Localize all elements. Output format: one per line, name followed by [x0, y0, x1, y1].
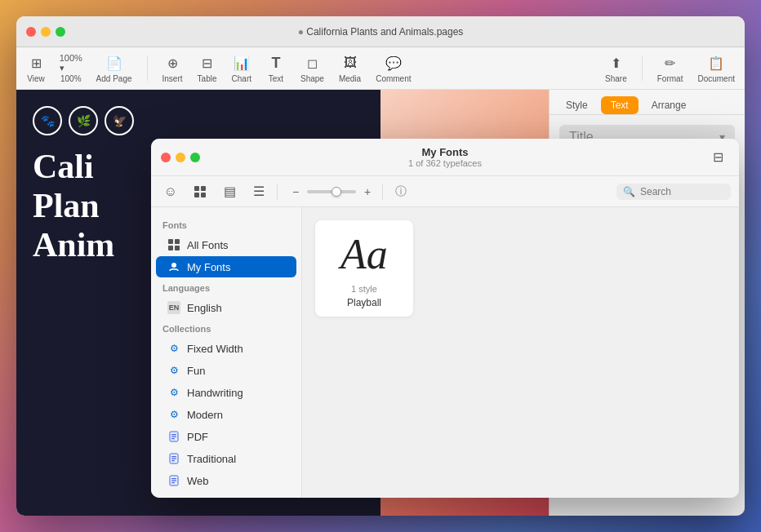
chart-icon: 📊 [232, 53, 251, 73]
zoom-icon: 100% ▾ [61, 53, 81, 73]
column-view-button[interactable]: ▤ [218, 180, 241, 203]
toolbar-view[interactable]: ⊞ View [26, 53, 46, 83]
english-flag-icon: EN [167, 301, 180, 314]
sidebar-item-fixed-width[interactable]: ⚙ Fixed Width [156, 338, 296, 359]
panel-tabs: Style Text Arrange [550, 90, 745, 115]
size-increase-button[interactable]: + [359, 184, 376, 200]
toolbar-insert[interactable]: ⊕ Insert [162, 53, 183, 83]
emoji-button[interactable]: ☺ [159, 180, 182, 203]
toolbar-divider-2 [382, 184, 383, 200]
tab-style[interactable]: Style [556, 96, 598, 114]
my-fonts-label: My Fonts [187, 261, 230, 273]
fonts-close-button[interactable] [161, 153, 171, 162]
font-size-control: − + [287, 184, 376, 200]
sidebar-item-traditional[interactable]: Traditional [156, 448, 296, 469]
svg-rect-29 [171, 460, 175, 461]
fonts-search-box[interactable]: 🔍 [616, 184, 731, 200]
svg-rect-19 [168, 246, 173, 250]
media-icon: 🖼 [340, 53, 360, 73]
sidebar-item-web[interactable]: Web [156, 470, 296, 491]
search-input[interactable] [640, 186, 724, 197]
list-view-button[interactable]: ☰ [247, 180, 270, 203]
fonts-body: Fonts All Fonts [151, 207, 739, 498]
sidebar-item-handwriting[interactable]: ⚙ Handwriting [156, 382, 296, 403]
traditional-label: Traditional [187, 453, 236, 465]
handwriting-icon: ⚙ [167, 386, 180, 399]
pages-toolbar: ⊞ View 100% ▾ 100% 📄 Add Page ⊕ Insert ⊟… [16, 47, 745, 90]
doc-icon-2: 🌿 [69, 106, 98, 135]
fun-label: Fun [187, 365, 205, 377]
svg-rect-17 [168, 239, 173, 244]
sidebar-item-pdf[interactable]: PDF [156, 426, 296, 447]
traditional-icon [167, 452, 180, 465]
svg-rect-31 [171, 478, 176, 479]
fixed-width-label: Fixed Width [187, 343, 243, 355]
fixed-width-icon: ⚙ [167, 342, 180, 355]
document-icon: 📋 [706, 53, 726, 73]
svg-rect-24 [171, 437, 176, 437]
sidebar-item-my-fonts[interactable]: My Fonts [156, 256, 296, 277]
fonts-maximize-button[interactable] [190, 153, 200, 162]
toolbar-add-page[interactable]: 📄 Add Page [96, 53, 132, 83]
doc-icons: 🐾 🌿 🦅 [33, 106, 364, 135]
info-button[interactable]: ⓘ [389, 180, 412, 203]
toolbar-chart[interactable]: 📊 Chart [232, 53, 251, 83]
tab-text[interactable]: Text [601, 96, 639, 114]
pdf-icon [167, 430, 180, 443]
svg-rect-27 [171, 456, 176, 457]
fonts-window-subtitle: 1 of 362 typefaces [408, 158, 482, 168]
toolbar-document[interactable]: 📋 Document [697, 53, 735, 83]
table-icon: ⊟ [198, 53, 217, 73]
toolbar-share[interactable]: ⬆ Share [605, 53, 627, 83]
toolbar-comment[interactable]: 💬 Comment [376, 53, 411, 83]
toolbar-zoom[interactable]: 100% ▾ 100% [60, 53, 82, 83]
minimize-button[interactable] [41, 27, 51, 37]
grid-view-icon [194, 186, 206, 197]
fonts-section-header: Fonts [151, 215, 301, 233]
svg-rect-20 [175, 246, 180, 250]
size-decrease-button[interactable]: − [287, 184, 304, 200]
web-label: Web [187, 475, 209, 487]
toolbar-table[interactable]: ⊟ Table [198, 53, 217, 83]
english-label: English [187, 302, 222, 314]
sidebar-item-all-fonts[interactable]: All Fonts [156, 234, 296, 255]
size-slider-thumb [332, 187, 341, 197]
svg-rect-33 [171, 482, 175, 483]
toolbar-shape[interactable]: ◻ Shape [300, 53, 324, 83]
close-button[interactable] [26, 27, 36, 37]
pages-traffic-lights [26, 27, 65, 37]
svg-point-21 [171, 263, 176, 268]
fonts-titlebar: My Fonts 1 of 362 typefaces ⊟ [151, 139, 739, 176]
font-card-playball[interactable]: Aa 1 style Playball [315, 220, 413, 317]
pages-window-title: ● California Plants and Animals.pages [298, 26, 464, 38]
toolbar-format[interactable]: ✏ Format [657, 53, 683, 83]
font-card-name: Playball [347, 297, 381, 308]
sidebar-toggle-button[interactable]: ⊟ [706, 146, 729, 169]
fonts-window-title: My Fonts [421, 146, 468, 158]
tab-arrange[interactable]: Arrange [642, 96, 696, 114]
text-icon: T [266, 53, 286, 73]
svg-rect-18 [175, 239, 180, 244]
handwriting-label: Handwriting [187, 387, 243, 399]
pages-titlebar: ● California Plants and Animals.pages [16, 16, 745, 47]
maximize-button[interactable] [56, 27, 65, 37]
sidebar-item-english[interactable]: EN English [156, 297, 296, 318]
fonts-main-area: Aa 1 style Playball [302, 207, 739, 498]
insert-icon: ⊕ [162, 53, 182, 73]
size-slider[interactable] [307, 190, 356, 193]
svg-rect-25 [171, 438, 175, 439]
all-fonts-label: All Fonts [187, 239, 229, 251]
toolbar-text[interactable]: T Text [266, 53, 286, 83]
toolbar-media[interactable]: 🖼 Media [339, 53, 361, 83]
toolbar-divider-1 [277, 184, 278, 200]
web-icon [167, 474, 180, 487]
toolbar-separator-1 [147, 56, 148, 81]
sidebar-item-fun[interactable]: ⚙ Fun [156, 360, 296, 381]
doc-icon-1: 🐾 [33, 106, 62, 135]
fonts-window: My Fonts 1 of 362 typefaces ⊟ ☺ ▤ ☰ − + … [151, 139, 739, 498]
fonts-traffic-lights [161, 153, 200, 162]
grid-view-button[interactable] [189, 180, 211, 203]
fun-icon: ⚙ [167, 364, 180, 377]
sidebar-item-modern[interactable]: ⚙ Modern [156, 404, 296, 425]
fonts-minimize-button[interactable] [176, 153, 185, 162]
